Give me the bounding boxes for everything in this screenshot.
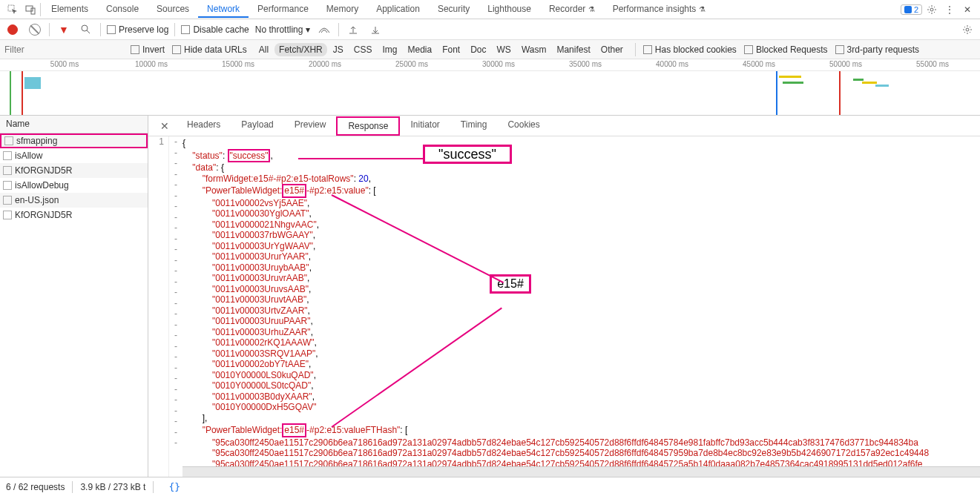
request-name: KfORGNJD5R — [15, 165, 72, 176]
detail-tab-payload[interactable]: Payload — [231, 116, 283, 136]
network-timeline[interactable]: 5000 ms10000 ms15000 ms20000 ms25000 ms3… — [0, 59, 980, 116]
favicon-icon — [3, 181, 12, 190]
horizontal-scrollbar[interactable] — [182, 466, 980, 477]
request-row[interactable]: en-US.json — [0, 193, 148, 208]
detail-tab-response[interactable]: Response — [336, 116, 400, 136]
tab-performance[interactable]: Performance — [249, 1, 318, 18]
tab-sources[interactable]: Sources — [148, 1, 198, 18]
filter-type-fetch-xhr[interactable]: Fetch/XHR — [274, 43, 327, 56]
request-row[interactable]: isAllow — [0, 148, 148, 163]
tab-lighthouse[interactable]: Lighthouse — [479, 1, 540, 18]
tab-performance-insights[interactable]: Performance insights ⚗ — [604, 1, 714, 18]
filter-type-manifest[interactable]: Manifest — [552, 43, 594, 56]
device-toolbar-icon[interactable] — [22, 1, 39, 18]
request-name: en-US.json — [15, 195, 59, 205]
response-body: 1 { "status": "success", "data": { "form… — [148, 136, 980, 477]
favicon-icon — [3, 166, 12, 175]
issues-count: 2 — [914, 5, 918, 14]
timeline-tick: 55000 ms — [916, 60, 949, 68]
tab-memory[interactable]: Memory — [318, 1, 367, 18]
request-row[interactable]: KfORGNJD5R — [0, 163, 148, 178]
inspect-element-icon[interactable] — [4, 1, 21, 18]
tab-security[interactable]: Security — [429, 1, 479, 18]
devtools-top-bar: ElementsConsoleSourcesNetworkPerformance… — [0, 0, 980, 19]
tab-network[interactable]: Network — [198, 1, 249, 18]
timeline-tick: 5000 ms — [50, 60, 79, 68]
hide-data-urls-checkbox[interactable]: Hide data URLs — [172, 44, 247, 55]
filter-type-doc[interactable]: Doc — [466, 43, 490, 56]
export-har-icon[interactable] — [367, 22, 384, 38]
request-name: isAllowDebug — [15, 180, 69, 191]
filter-type-css[interactable]: CSS — [349, 43, 377, 56]
detail-tab-cookies[interactable]: Cookies — [497, 116, 550, 136]
timeline-tick: 30000 ms — [482, 60, 515, 68]
blocked-requests-checkbox[interactable]: Blocked Requests — [744, 44, 828, 55]
tab-recorder[interactable]: Recorder ⚗ — [540, 1, 604, 18]
import-har-icon[interactable] — [345, 22, 361, 38]
favicon-icon — [4, 136, 13, 145]
tab-console[interactable]: Console — [97, 1, 148, 18]
issues-badge[interactable]: 2 — [901, 4, 922, 15]
filter-type-img[interactable]: Img — [378, 43, 401, 56]
timeline-tick: 35000 ms — [569, 60, 602, 68]
network-conditions-icon[interactable] — [316, 22, 332, 38]
preserve-log-checkbox[interactable]: Preserve log — [107, 24, 168, 35]
detail-tab-headers[interactable]: Headers — [177, 116, 231, 136]
settings-gear-icon[interactable] — [924, 1, 940, 18]
request-row[interactable]: sfmapping — [0, 133, 148, 148]
filter-toggle-icon[interactable]: ▼ — [56, 22, 72, 38]
status-bar: 6 / 62 requests 3.9 kB / 273 kB t {} — [0, 477, 980, 496]
separator — [100, 23, 101, 36]
tab-application[interactable]: Application — [367, 1, 429, 18]
record-button[interactable] — [4, 22, 21, 38]
chevron-down-icon: ▾ — [306, 24, 310, 35]
pretty-print-icon[interactable]: {} — [168, 481, 180, 492]
filter-input[interactable] — [4, 42, 123, 57]
timeline-tick: 15000 ms — [222, 60, 254, 68]
svg-rect-3 — [904, 6, 912, 13]
filter-type-all[interactable]: All — [254, 43, 273, 56]
detail-tab-timing[interactable]: Timing — [450, 116, 498, 136]
filter-type-ws[interactable]: WS — [493, 43, 516, 56]
filter-type-other[interactable]: Other — [596, 43, 628, 56]
request-row[interactable]: isAllowDebug — [0, 178, 148, 193]
network-settings-gear-icon[interactable] — [959, 22, 976, 38]
filter-type-media[interactable]: Media — [403, 43, 436, 56]
tab-elements[interactable]: Elements — [42, 1, 97, 18]
filter-type-wasm[interactable]: Wasm — [517, 43, 551, 56]
network-toolbar: ▼ Preserve log Disable cache No throttli… — [0, 19, 980, 40]
separator — [153, 481, 154, 493]
response-json[interactable]: { "status": "success", "data": { "formWi… — [169, 136, 980, 477]
detail-tabs: ✕ HeadersPayloadPreviewResponseInitiator… — [148, 116, 980, 136]
request-name: KfORGNJD5R — [15, 210, 72, 220]
request-list-header[interactable]: Name — [0, 116, 148, 133]
clear-button[interactable] — [27, 22, 43, 38]
line-gutter: 1 — [148, 136, 169, 477]
third-party-checkbox[interactable]: 3rd-party requests — [835, 44, 919, 55]
throttling-dropdown[interactable]: No throttling▾ — [255, 24, 311, 35]
svg-line-6 — [87, 30, 90, 33]
favicon-icon — [3, 196, 12, 205]
separator — [174, 23, 175, 36]
svg-point-9 — [966, 28, 969, 31]
filter-type-js[interactable]: JS — [329, 43, 348, 56]
request-row[interactable]: KfORGNJD5R — [0, 208, 148, 222]
timeline-tick: 50000 ms — [829, 60, 862, 68]
timeline-tick: 20000 ms — [309, 60, 341, 68]
close-devtools-icon[interactable]: ✕ — [959, 1, 976, 18]
network-main: Name sfmappingisAllowKfORGNJD5RisAllowDe… — [0, 116, 980, 477]
request-detail: ✕ HeadersPayloadPreviewResponseInitiator… — [148, 116, 980, 477]
detail-tab-initiator[interactable]: Initiator — [400, 116, 450, 136]
more-menu-icon[interactable]: ⋮ — [941, 1, 958, 18]
detail-tab-preview[interactable]: Preview — [284, 116, 337, 136]
network-filter-bar: Invert Hide data URLs AllFetch/XHRJSCSSI… — [0, 40, 980, 59]
search-icon[interactable] — [78, 22, 94, 38]
filter-type-font[interactable]: Font — [438, 43, 464, 56]
disable-cache-checkbox[interactable]: Disable cache — [181, 24, 249, 35]
svg-point-4 — [930, 8, 933, 11]
svg-point-5 — [82, 25, 88, 31]
invert-checkbox[interactable]: Invert — [131, 44, 165, 55]
blocked-cookies-checkbox[interactable]: Has blocked cookies — [643, 44, 737, 55]
close-detail-icon[interactable]: ✕ — [153, 120, 177, 132]
timeline-tick: 45000 ms — [743, 60, 775, 68]
